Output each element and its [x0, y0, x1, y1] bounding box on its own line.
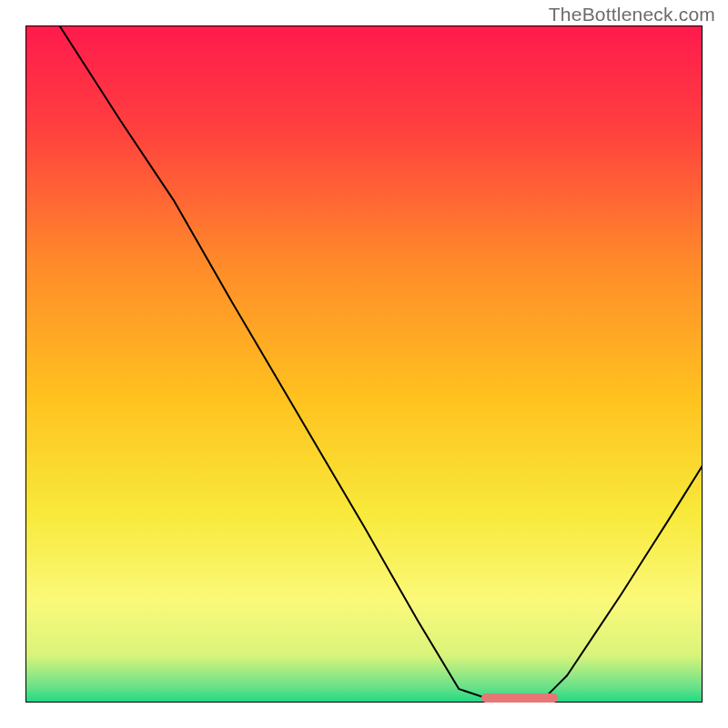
chart-plot [25, 25, 703, 703]
watermark-label: TheBottleneck.com [549, 4, 715, 25]
chart-container: TheBottleneck.com [0, 0, 728, 728]
chart-svg [25, 25, 703, 703]
gradient-background [25, 25, 703, 703]
